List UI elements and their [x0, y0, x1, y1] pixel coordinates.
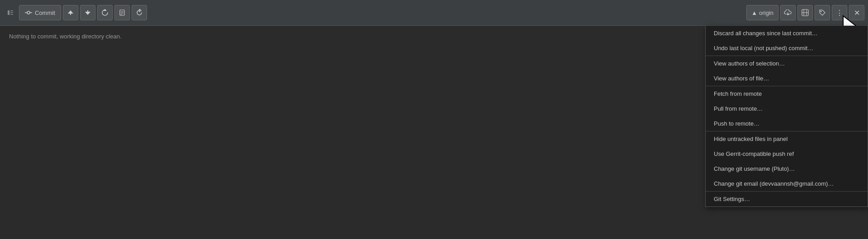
- origin-label: origin: [759, 9, 773, 16]
- discard-changes-item[interactable]: Discard all changes since last commit…: [706, 26, 868, 41]
- svg-rect-0: [8, 10, 9, 15]
- view-authors-selection-item[interactable]: View authors of selection…: [706, 56, 868, 71]
- change-username-item[interactable]: Change git username (Pluto)…: [706, 161, 868, 176]
- toolbar-right: ▲ origin: [746, 5, 864, 20]
- svg-point-22: [821, 11, 822, 12]
- dropdown-menu: Discard all changes since last commit… U…: [705, 26, 868, 207]
- gerrit-push-item[interactable]: Use Gerrit-compatible push ref: [706, 146, 868, 161]
- fetch-remote-item[interactable]: Fetch from remote: [706, 86, 868, 101]
- cloud-icon: [784, 9, 792, 16]
- reload-button[interactable]: [132, 5, 147, 20]
- svg-rect-2: [10, 12, 13, 13]
- tag-button[interactable]: [815, 5, 830, 20]
- branch-icon: [802, 9, 809, 16]
- diff-button[interactable]: [114, 5, 130, 20]
- svg-marker-7: [68, 10, 73, 14]
- arrow-up-indicator: ▲: [751, 9, 757, 16]
- commit-label: Commit: [35, 9, 55, 16]
- commit-icon: [25, 9, 32, 16]
- ellipsis-icon: ⋮: [836, 9, 844, 17]
- origin-button[interactable]: ▲ origin: [746, 5, 778, 20]
- pull-remote-item[interactable]: Pull from remote…: [706, 101, 868, 116]
- pull-down-button[interactable]: [80, 5, 95, 20]
- git-settings-item[interactable]: Git Settings…: [706, 192, 868, 206]
- menu-section-4: Hide untracked files in panel Use Gerrit…: [706, 131, 868, 192]
- svg-point-4: [27, 11, 30, 14]
- sync-button[interactable]: [97, 5, 113, 20]
- hide-untracked-item[interactable]: Hide untracked files in panel: [706, 131, 868, 146]
- svg-rect-10: [87, 10, 88, 12]
- fetch-button[interactable]: [780, 5, 796, 20]
- close-button[interactable]: ✕: [849, 5, 864, 20]
- menu-section-2: View authors of selection… View authors …: [706, 56, 868, 86]
- view-authors-file-item[interactable]: View authors of file…: [706, 71, 868, 86]
- svg-rect-8: [70, 14, 71, 15]
- svg-rect-1: [10, 10, 13, 11]
- commit-button[interactable]: Commit: [19, 5, 61, 20]
- svg-marker-17: [787, 14, 789, 15]
- file-icon: [119, 9, 125, 16]
- tag-icon: [819, 9, 826, 16]
- more-options-button[interactable]: ⋮: [832, 5, 847, 20]
- menu-section-1: Discard all changes since last commit… U…: [706, 26, 868, 56]
- arrow-up-icon: [67, 9, 74, 16]
- sidebar-icon: [7, 9, 14, 16]
- sync-icon: [101, 9, 109, 16]
- menu-section-3: Fetch from remote Pull from remote… Push…: [706, 86, 868, 131]
- branch-button[interactable]: [797, 5, 813, 20]
- reload-icon: [136, 9, 143, 16]
- undo-last-commit-item[interactable]: Undo last local (not pushed) commit…: [706, 41, 868, 56]
- svg-rect-3: [10, 14, 13, 15]
- toolbar: Commit: [0, 0, 868, 26]
- push-remote-item[interactable]: Push to remote…: [706, 116, 868, 131]
- close-icon: ✕: [854, 9, 860, 17]
- arrow-down-icon: [85, 9, 91, 16]
- svg-marker-9: [85, 12, 90, 15]
- sidebar-toggle-button[interactable]: [4, 6, 17, 19]
- change-email-item[interactable]: Change git email (devvaannsh@gmail.com)…: [706, 176, 868, 191]
- push-up-button[interactable]: [63, 5, 78, 20]
- menu-section-5: Git Settings…: [706, 192, 868, 206]
- status-message: Nothing to commit, working directory cle…: [9, 33, 122, 40]
